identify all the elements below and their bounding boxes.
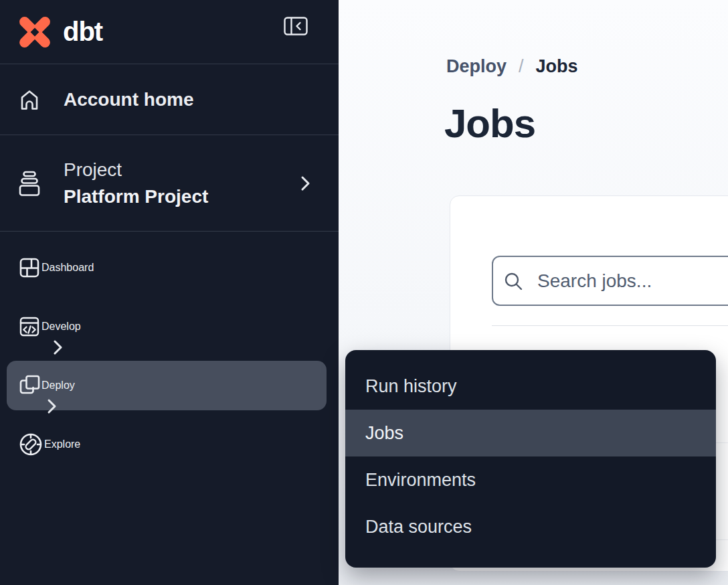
home-icon <box>17 86 41 113</box>
sidebar-item-deploy[interactable]: Deploy <box>0 356 339 415</box>
deploy-icon <box>17 373 41 398</box>
sidebar-item-project[interactable]: Project Platform Project <box>0 135 339 232</box>
flyout-item-run-history[interactable]: Run history <box>345 363 716 410</box>
flyout-item-data-sources[interactable]: Data sources <box>345 503 716 550</box>
search-box <box>492 256 728 306</box>
sidebar-header: dbt <box>0 0 339 64</box>
project-label: Project <box>64 157 208 183</box>
dashboard-icon <box>17 256 41 280</box>
page-title: Jobs <box>444 100 535 147</box>
sidebar-nav: Dashboard Develop <box>0 232 339 474</box>
collapse-sidebar-icon[interactable] <box>284 16 309 36</box>
sidebar-item-label: Account home <box>64 89 193 110</box>
breadcrumb: Deploy / Jobs <box>446 56 578 77</box>
dbt-logo[interactable]: dbt <box>0 15 102 50</box>
flyout-item-environments[interactable]: Environments <box>345 456 716 503</box>
sidebar-item-label: Dashboard <box>41 262 94 274</box>
breadcrumb-current: Jobs <box>536 56 578 77</box>
breadcrumb-separator: / <box>519 56 524 77</box>
sidebar-item-label: Deploy <box>41 380 75 392</box>
dbt-logo-icon <box>16 15 54 50</box>
sidebar-item-label: Explore <box>44 438 80 450</box>
chevron-right-icon <box>300 175 310 192</box>
sidebar-item-develop[interactable]: Develop <box>0 297 339 356</box>
chevron-right-icon <box>53 339 63 356</box>
develop-icon <box>17 315 41 339</box>
search-input[interactable] <box>492 256 728 306</box>
chevron-right-icon <box>47 398 57 415</box>
sidebar-item-dashboard[interactable]: Dashboard <box>0 238 339 297</box>
deploy-flyout-menu: Run history Jobs Environments Data sourc… <box>345 350 716 568</box>
sidebar: dbt Account home <box>0 0 339 585</box>
sidebar-item-account-home[interactable]: Account home <box>0 64 339 135</box>
dbt-logo-text: dbt <box>63 17 102 47</box>
sidebar-item-explore[interactable]: Explore <box>0 415 339 474</box>
project-name: Platform Project <box>64 183 208 210</box>
project-labels: Project Platform Project <box>64 157 208 210</box>
flyout-item-jobs[interactable]: Jobs <box>345 410 716 456</box>
project-icon <box>17 168 41 199</box>
card-divider <box>492 325 728 326</box>
explore-icon <box>17 431 44 458</box>
sidebar-item-label: Develop <box>41 321 81 333</box>
dbt-cloud-app: dbt Account home <box>0 0 728 585</box>
breadcrumb-deploy-link[interactable]: Deploy <box>446 56 507 77</box>
